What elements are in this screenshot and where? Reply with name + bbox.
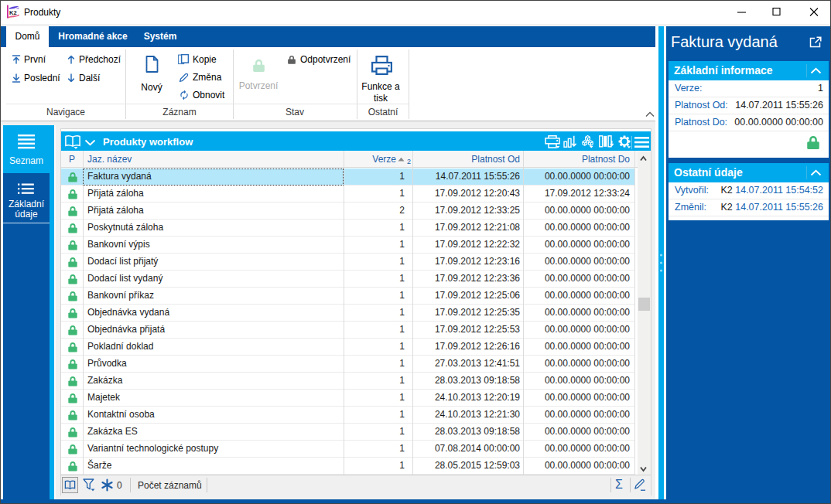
svg-text:K2: K2 bbox=[9, 9, 17, 16]
